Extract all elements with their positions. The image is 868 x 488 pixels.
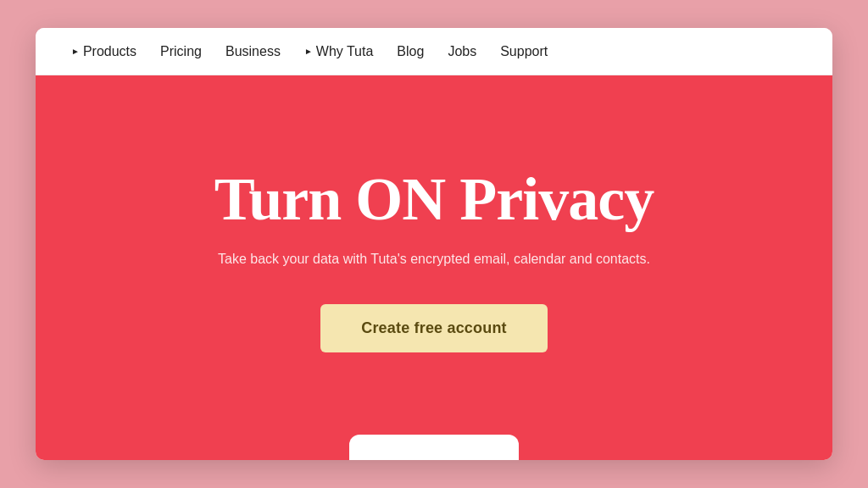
nav-blog-label: Blog <box>397 44 424 59</box>
nav-jobs[interactable]: Jobs <box>436 37 488 66</box>
products-arrow-icon: ► <box>71 47 80 56</box>
nav-blog[interactable]: Blog <box>385 37 436 66</box>
create-account-button[interactable]: Create free account <box>320 304 548 352</box>
nav-why-tuta[interactable]: ► Why Tuta <box>292 37 385 66</box>
why-tuta-arrow-icon: ► <box>304 47 313 56</box>
nav-pricing-label: Pricing <box>160 44 202 59</box>
nav-support-label: Support <box>500 44 548 59</box>
browser-window: ► Products Pricing Business ► Why Tuta B… <box>36 28 832 460</box>
hero-subtitle: Take back your data with Tuta's encrypte… <box>218 252 650 267</box>
hero-title: Turn ON Privacy <box>214 166 654 233</box>
nav-products[interactable]: ► Products <box>59 37 148 66</box>
nav-support[interactable]: Support <box>488 37 559 66</box>
nav-business-label: Business <box>225 44 281 59</box>
nav-business[interactable]: Business <box>214 37 292 66</box>
nav-products-label: Products <box>83 44 136 59</box>
nav-pricing[interactable]: Pricing <box>148 37 214 66</box>
nav-why-tuta-label: Why Tuta <box>316 44 374 59</box>
bottom-card-hint <box>349 435 519 460</box>
hero-section: Turn ON Privacy Take back your data with… <box>36 75 832 460</box>
nav-jobs-label: Jobs <box>448 44 476 59</box>
navbar: ► Products Pricing Business ► Why Tuta B… <box>36 28 832 75</box>
